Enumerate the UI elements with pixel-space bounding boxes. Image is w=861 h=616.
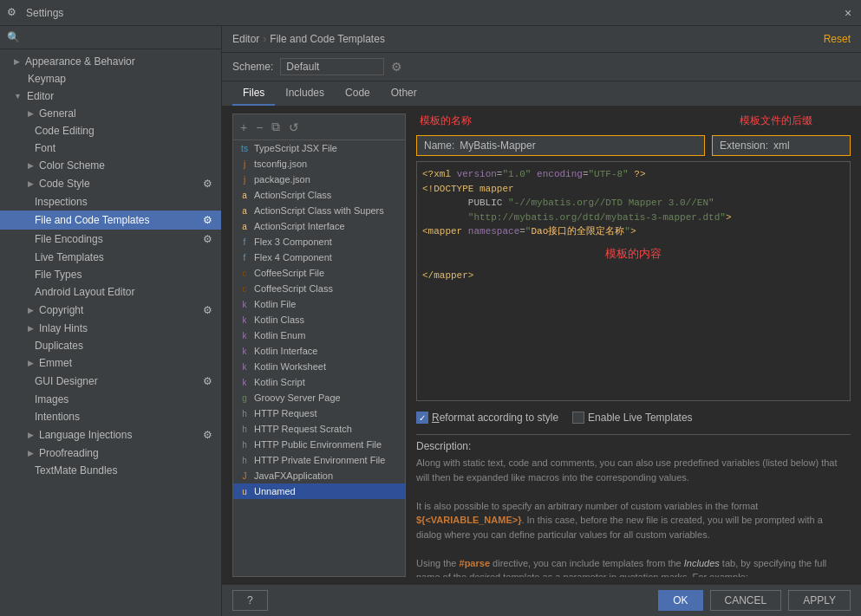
sidebar-item-file-code-templates[interactable]: File and Code Templates ⚙: [0, 211, 221, 230]
sidebar-item-label: Language Injections: [39, 429, 132, 441]
sidebar-item-gui-designer[interactable]: GUI Designer ⚙: [0, 372, 221, 391]
app-icon: ⚙: [7, 6, 21, 20]
file-icon: h: [238, 438, 251, 451]
badge-icon: ⚙: [200, 374, 214, 388]
nav-tree: ▶ Appearance & Behavior Keymap ▼ Editor …: [0, 49, 221, 616]
content-annotation: 模板的内容: [422, 246, 845, 262]
list-item[interactable]: h HTTP Request Scratch: [233, 421, 405, 437]
sidebar-item-copyright[interactable]: ▶ Copyright ⚙: [0, 301, 221, 320]
search-box[interactable]: [0, 26, 221, 49]
code-line: <!DOCTYPE mapper: [422, 182, 845, 197]
sidebar-item-color-scheme[interactable]: ▶ Color Scheme: [0, 157, 221, 174]
cancel-button[interactable]: CANCEL: [710, 590, 782, 611]
sidebar-item-emmet[interactable]: ▶ Emmet: [0, 354, 221, 372]
ext-input[interactable]: [773, 139, 825, 152]
ok-button[interactable]: OK: [658, 590, 702, 611]
list-item[interactable]: J JavaFXApplication: [233, 468, 405, 483]
sidebar-item-label: Appearance & Behavior: [25, 55, 135, 68]
arrow-icon: ▶: [28, 359, 34, 367]
add-template-button[interactable]: +: [237, 119, 251, 136]
reset-template-button[interactable]: ↺: [285, 119, 303, 136]
search-input[interactable]: [7, 31, 214, 43]
list-item[interactable]: u Unnamed: [233, 483, 405, 499]
arrow-icon: ▶: [28, 306, 34, 314]
list-item[interactable]: a ActionScript Class: [233, 187, 405, 203]
tab-files[interactable]: Files: [232, 81, 275, 106]
sidebar-item-language-injections[interactable]: ▶ Language Injections ⚙: [0, 425, 221, 444]
list-item[interactable]: a ActionScript Class with Supers: [233, 203, 405, 218]
file-icon: u: [238, 485, 251, 497]
name-input[interactable]: [460, 139, 697, 152]
sidebar-item-code-style[interactable]: ▶ Code Style ⚙: [0, 174, 221, 193]
sidebar-item-inlay-hints[interactable]: ▶ Inlay Hints: [0, 320, 221, 337]
remove-template-button[interactable]: −: [252, 119, 266, 136]
sidebar-item-images[interactable]: Images: [0, 391, 221, 408]
sidebar-item-android-layout[interactable]: Android Layout Editor: [0, 283, 221, 301]
sidebar-item-font[interactable]: Font: [0, 139, 221, 157]
sidebar-item-proofreading[interactable]: ▶ Proofreading: [0, 444, 221, 462]
breadcrumb-editor: Editor: [232, 33, 259, 45]
list-item[interactable]: g Groovy Server Page: [233, 390, 405, 405]
tab-other[interactable]: Other: [381, 81, 427, 106]
sidebar-item-code-editing[interactable]: Code Editing: [0, 122, 221, 139]
list-item[interactable]: k Kotlin Class: [233, 312, 405, 327]
dialog-body: ▶ Appearance & Behavior Keymap ▼ Editor …: [0, 26, 861, 616]
file-item-name: Kotlin Class: [254, 314, 304, 325]
sidebar-item-file-encodings[interactable]: File Encodings ⚙: [0, 230, 221, 249]
list-item[interactable]: k Kotlin Interface: [233, 343, 405, 359]
list-item[interactable]: j package.json: [233, 172, 405, 187]
close-button[interactable]: ×: [842, 7, 854, 19]
breadcrumb-current: File and Code Templates: [270, 33, 385, 45]
list-item[interactable]: ts TypeScript JSX File: [233, 140, 405, 156]
badge-icon: ⚙: [200, 303, 214, 317]
sidebar-item-label: Live Templates: [35, 251, 104, 263]
list-item[interactable]: k Kotlin Enum: [233, 327, 405, 343]
reformat-checkbox[interactable]: ✓: [416, 412, 428, 424]
list-item[interactable]: h HTTP Private Environment File: [233, 452, 405, 468]
live-templates-checkbox[interactable]: [572, 412, 584, 424]
list-item[interactable]: k Kotlin File: [233, 296, 405, 312]
list-item[interactable]: j tsconfig.json: [233, 156, 405, 172]
code-editor[interactable]: <?xml version="1.0" encoding="UTF-8" ?> …: [416, 161, 851, 401]
sidebar-item-general[interactable]: ▶ General: [0, 105, 221, 122]
tab-code[interactable]: Code: [335, 81, 381, 106]
sidebar-item-inspections[interactable]: Inspections: [0, 193, 221, 211]
file-icon: k: [238, 345, 251, 357]
list-item[interactable]: a ActionScript Interface: [233, 218, 405, 234]
ext-label: Extension:: [720, 139, 768, 152]
file-icon: a: [238, 189, 251, 201]
sidebar-item-keymap[interactable]: Keymap: [0, 70, 221, 88]
list-item[interactable]: c CoffeeScript File: [233, 265, 405, 281]
tab-includes[interactable]: Includes: [275, 81, 335, 106]
file-icon: h: [238, 454, 251, 466]
file-item-name: package.json: [254, 174, 310, 185]
list-item[interactable]: f Flex 3 Component: [233, 234, 405, 250]
sidebar-item-file-types[interactable]: File Types: [0, 266, 221, 283]
name-ext-row: Name: Extension:: [416, 135, 851, 156]
scheme-gear-icon[interactable]: ⚙: [391, 60, 402, 74]
sidebar-item-editor[interactable]: ▼ Editor: [0, 88, 221, 105]
file-item-name: Unnamed: [254, 486, 296, 496]
sidebar-item-live-templates[interactable]: Live Templates: [0, 249, 221, 266]
list-item[interactable]: f Flex 4 Component: [233, 250, 405, 265]
file-icon: ts: [238, 142, 251, 154]
description-section: Description: Along with static text, cod…: [416, 434, 851, 577]
ext-annotation: 模板文件的后缀: [740, 113, 812, 128]
scheme-select[interactable]: Default: [280, 58, 384, 75]
reset-button[interactable]: Reset: [824, 33, 851, 45]
copy-template-button[interactable]: ⧉: [268, 118, 284, 136]
sidebar-item-label: File and Code Templates: [35, 214, 150, 226]
sidebar-item-intentions[interactable]: Intentions: [0, 408, 221, 425]
list-item[interactable]: h HTTP Request: [233, 405, 405, 421]
list-item[interactable]: h HTTP Public Environment File: [233, 437, 405, 452]
file-item-name: HTTP Private Environment File: [254, 455, 385, 465]
sidebar-item-appearance[interactable]: ▶ Appearance & Behavior: [0, 53, 221, 70]
list-item[interactable]: k Kotlin Worksheet: [233, 359, 405, 374]
list-item[interactable]: k Kotlin Script: [233, 374, 405, 390]
help-button[interactable]: ?: [232, 590, 268, 611]
apply-button[interactable]: APPLY: [788, 590, 851, 611]
sidebar-item-textmate[interactable]: TextMate Bundles: [0, 462, 221, 479]
file-icon: h: [238, 423, 251, 435]
sidebar-item-duplicates[interactable]: Duplicates: [0, 337, 221, 354]
list-item[interactable]: c CoffeeScript Class: [233, 281, 405, 296]
